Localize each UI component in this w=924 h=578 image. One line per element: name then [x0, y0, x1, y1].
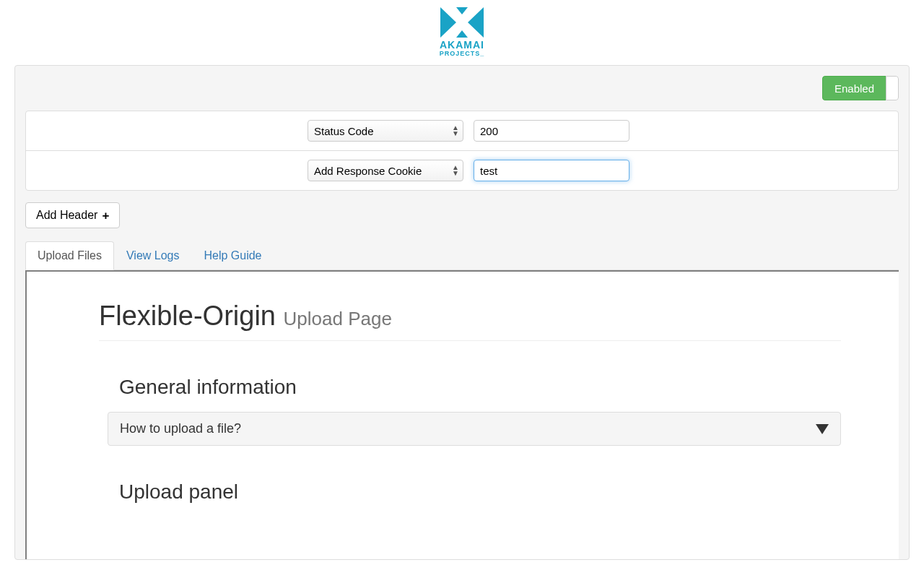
add-header-button[interactable]: Add Header +: [25, 202, 120, 228]
add-header-label: Add Header: [36, 209, 97, 222]
plus-icon: +: [102, 210, 109, 222]
accordion-label: How to upload a file?: [120, 421, 241, 436]
main-panel: Enabled Status Code ▲▼ Add Resp: [14, 65, 910, 560]
header-type-select[interactable]: Add Response Cookie: [308, 160, 463, 181]
accordion-how-to-upload[interactable]: How to upload a file?: [108, 412, 841, 446]
enabled-toggle[interactable]: Enabled: [822, 76, 899, 100]
header-type-select[interactable]: Status Code: [308, 120, 463, 142]
enabled-toggle-handle: [886, 76, 899, 100]
section-upload-panel: Upload panel: [119, 480, 841, 504]
tab-help-guide[interactable]: Help Guide: [191, 241, 274, 270]
enabled-toggle-label: Enabled: [822, 76, 886, 100]
header-value-input[interactable]: [474, 120, 629, 142]
tab-content-upload: Flexible-Origin Upload Page General info…: [25, 270, 899, 559]
page-title-main: Flexible-Origin: [99, 301, 276, 331]
page-title: Flexible-Origin Upload Page: [99, 301, 841, 341]
tab-view-logs[interactable]: View Logs: [114, 241, 192, 270]
page-title-sub: Upload Page: [284, 308, 392, 329]
header-value-input[interactable]: [474, 160, 629, 181]
headers-table: Status Code ▲▼ Add Response Cookie ▲▼: [25, 111, 899, 191]
chevron-down-icon: [816, 424, 829, 434]
header-row: Add Response Cookie ▲▼: [26, 150, 898, 190]
tab-upload-files[interactable]: Upload Files: [25, 241, 114, 270]
brand-logo: AKAMAI PROJECTS_: [0, 0, 924, 62]
header-row: Status Code ▲▼: [26, 111, 898, 150]
brand-sub: PROJECTS_: [433, 50, 491, 57]
logo-x-icon: [440, 7, 484, 38]
tabs: Upload Files View Logs Help Guide: [25, 241, 899, 270]
section-general-info: General information: [119, 376, 841, 399]
brand-name: AKAMAI: [433, 39, 491, 51]
